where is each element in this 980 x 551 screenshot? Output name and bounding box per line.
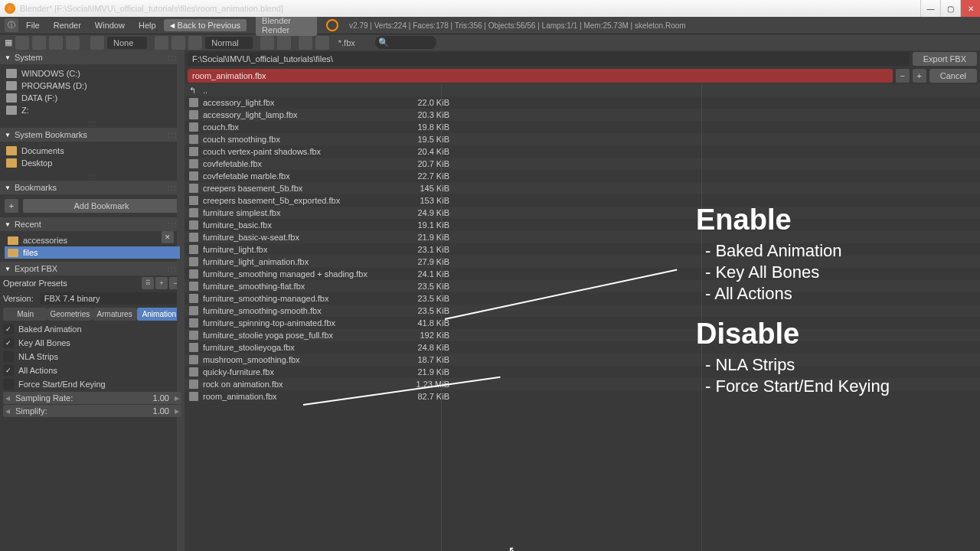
file-row[interactable]: furniture_light.fbx23.1 KiB — [185, 243, 980, 256]
filter-funnel-button[interactable] — [315, 36, 329, 50]
file-row[interactable]: furniture_smoothing-managed.fbx23.5 KiB — [185, 292, 980, 305]
cancel-button[interactable]: Cancel — [929, 69, 977, 83]
export-fbx-button[interactable]: Export FBX — [913, 52, 977, 66]
tab-animation[interactable]: Animation — [137, 308, 181, 321]
path-input[interactable]: F:\Social\IMVU\_official_tutorials\files… — [188, 52, 910, 66]
drive-item[interactable]: DATA (F:) — [5, 92, 180, 104]
tab-geometries[interactable]: Geometries — [47, 308, 92, 321]
drive-item[interactable]: PROGRAMS (D:) — [5, 80, 180, 92]
tab-main[interactable]: Main — [3, 308, 47, 321]
minimize-button[interactable]: — — [920, 0, 940, 17]
display-list-long-button[interactable] — [172, 36, 185, 50]
render-engine-select[interactable]: Blender Render — [256, 15, 317, 36]
recent-item[interactable]: accessories — [5, 234, 180, 246]
file-row[interactable]: rock on animation.fbx1.23 MiB — [185, 378, 980, 390]
file-row[interactable]: covfefetable.fbx20.7 KiB — [185, 158, 980, 170]
recent-item[interactable]: files — [5, 246, 180, 259]
file-row[interactable]: room_animation.fbx82.7 KiB — [185, 390, 980, 403]
file-row[interactable]: creepers basement_5b.fbx145 KiB — [185, 182, 980, 194]
panel-grip[interactable]: :::: — [0, 172, 185, 181]
sidebar-scrollbar[interactable] — [177, 51, 185, 551]
nav-back-button[interactable] — [15, 36, 29, 50]
new-folder-button[interactable] — [90, 36, 104, 50]
recent-header[interactable]: Recent:::: — [0, 217, 185, 231]
checkbox[interactable] — [3, 337, 14, 348]
checkbox-row[interactable]: NLA Strips — [0, 350, 185, 364]
version-select[interactable]: FBX 7.4 binary — [40, 292, 181, 305]
chevron-right-icon[interactable]: ▶ — [175, 408, 179, 415]
file-row[interactable]: covfefetable marble.fbx22.7 KiB — [185, 170, 980, 182]
drive-item[interactable]: Z: — [5, 104, 180, 116]
file-row[interactable]: accessory_light_lamp.fbx20.3 KiB — [185, 109, 980, 121]
file-row[interactable]: couch.fbx19.8 KiB — [185, 121, 980, 133]
preset-menu-icon[interactable]: ⠿ — [142, 277, 154, 289]
menu-file[interactable]: File — [20, 18, 46, 32]
chevron-left-icon[interactable]: ◀ — [5, 408, 10, 415]
chevron-left-icon[interactable]: ◀ — [5, 395, 10, 402]
show-hidden-button[interactable] — [299, 36, 312, 50]
close-button[interactable]: ✕ — [960, 0, 980, 17]
checkbox-row[interactable]: Baked Animation — [0, 322, 185, 336]
file-row[interactable]: creepers basement_5b_exported.fbx153 KiB — [185, 194, 980, 207]
file-row[interactable]: furniture_light_animation.fbx27.9 KiB — [185, 256, 980, 268]
back-to-previous-button[interactable]: Back to Previous — [164, 19, 247, 31]
recursion-select[interactable]: None — [107, 37, 147, 49]
decrement-button[interactable]: − — [896, 69, 910, 83]
display-list-short-button[interactable] — [155, 36, 168, 50]
checkbox[interactable] — [3, 365, 14, 376]
preset-add-button[interactable]: + — [155, 277, 168, 289]
chevron-right-icon[interactable]: ▶ — [175, 395, 179, 402]
sort-alpha-button[interactable] — [260, 36, 274, 50]
tab-armatures[interactable]: Armatures — [93, 308, 137, 321]
file-row[interactable]: furniture_smoothing managed + shading.fb… — [185, 268, 980, 280]
sort-ext-button[interactable] — [277, 36, 291, 50]
bookmarks-header[interactable]: Bookmarks:::: — [0, 181, 185, 194]
system-bookmarks-header[interactable]: System Bookmarks:::: — [0, 128, 185, 142]
increment-button[interactable]: + — [913, 69, 926, 83]
checkbox-row[interactable]: All Actions — [0, 364, 185, 377]
checkbox[interactable] — [3, 324, 14, 334]
file-row[interactable]: couch smoothing.fbx19.5 KiB — [185, 133, 980, 145]
file-row[interactable]: mushroom_smoothing.fbx18.7 KiB — [185, 354, 980, 366]
file-row[interactable]: furniture_smoothing-smooth.fbx23.5 KiB — [185, 305, 980, 317]
checkbox-row[interactable]: Force Start/End Keying — [0, 377, 185, 391]
file-row[interactable]: couch vertex-paint shadows.fbx20.4 KiB — [185, 145, 980, 158]
export-fbx-header[interactable]: Export FBX:::: — [0, 262, 185, 276]
file-row[interactable]: furniture_basic-w-seat.fbx21.9 KiB — [185, 231, 980, 243]
file-editor-icon[interactable]: ▦ — [5, 37, 12, 47]
bookmark-item[interactable]: Documents — [5, 145, 180, 157]
file-filter-select[interactable]: *.fbx — [332, 37, 369, 49]
file-row[interactable]: furniture_spinning-top-animated.fbx41.8 … — [185, 317, 980, 329]
add-bookmark-button[interactable]: Add Bookmark — [23, 199, 180, 213]
display-thumb-button[interactable] — [188, 36, 202, 50]
display-size-select[interactable]: Normal — [205, 37, 252, 49]
operator-presets-label[interactable]: Operator Presets — [3, 279, 140, 288]
nav-fwd-button[interactable] — [32, 36, 46, 50]
checkbox-row[interactable]: Key All Bones — [0, 336, 185, 350]
file-row[interactable]: quicky-furniture.fbx21.9 KiB — [185, 366, 980, 378]
file-row[interactable]: furniture_stoolieyoga.fbx24.8 KiB — [185, 341, 980, 354]
maximize-button[interactable]: ▢ — [940, 0, 960, 17]
bookmark-item[interactable]: Desktop — [5, 157, 180, 169]
nav-refresh-button[interactable] — [66, 36, 80, 50]
checkbox[interactable] — [3, 351, 14, 362]
refresh-icon[interactable] — [326, 19, 338, 31]
system-panel-header[interactable]: System:::: — [0, 51, 185, 64]
file-row[interactable]: furniture_stoolie yoga pose_full.fbx192 … — [185, 329, 980, 341]
sampling-rate-field[interactable]: ◀ Sampling Rate: 1.00 ▶ — [3, 392, 181, 404]
menu-window[interactable]: Window — [89, 18, 131, 32]
file-row[interactable]: furniture_basic.fbx19.1 KiB — [185, 219, 980, 231]
info-editor-icon[interactable]: ⓘ — [5, 18, 18, 32]
menu-help[interactable]: Help — [132, 18, 162, 32]
nav-up-button[interactable] — [49, 36, 63, 50]
file-row[interactable]: accessory_light.fbx22.0 KiB — [185, 96, 980, 109]
clear-recent-button[interactable]: ✕ — [162, 231, 174, 243]
file-row[interactable]: furniture simplest.fbx24.9 KiB — [185, 207, 980, 219]
add-bookmark-plus-icon[interactable]: + — [5, 199, 18, 213]
file-row[interactable]: ↰.. — [185, 84, 980, 96]
drive-item[interactable]: WINDOWS (C:) — [5, 67, 180, 80]
search-input[interactable]: 🔍 — [375, 36, 436, 49]
simplify-field[interactable]: ◀ Simplify: 1.00 ▶ — [3, 405, 181, 417]
menu-render[interactable]: Render — [47, 18, 87, 32]
panel-grip[interactable]: :::: — [0, 119, 185, 128]
